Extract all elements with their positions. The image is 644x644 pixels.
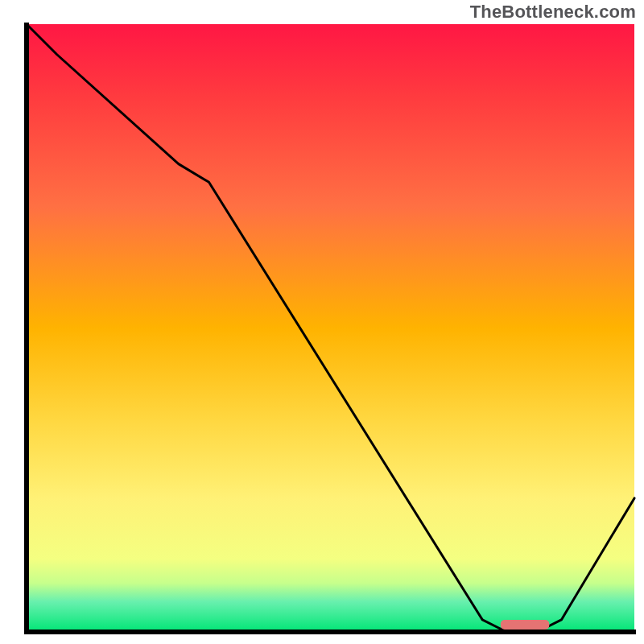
optimal-range-marker bbox=[501, 620, 549, 630]
plot-background bbox=[27, 24, 634, 632]
bottleneck-chart bbox=[0, 0, 644, 644]
chart-container: TheBottleneck.com bbox=[0, 0, 644, 644]
watermark-text: TheBottleneck.com bbox=[470, 2, 636, 23]
